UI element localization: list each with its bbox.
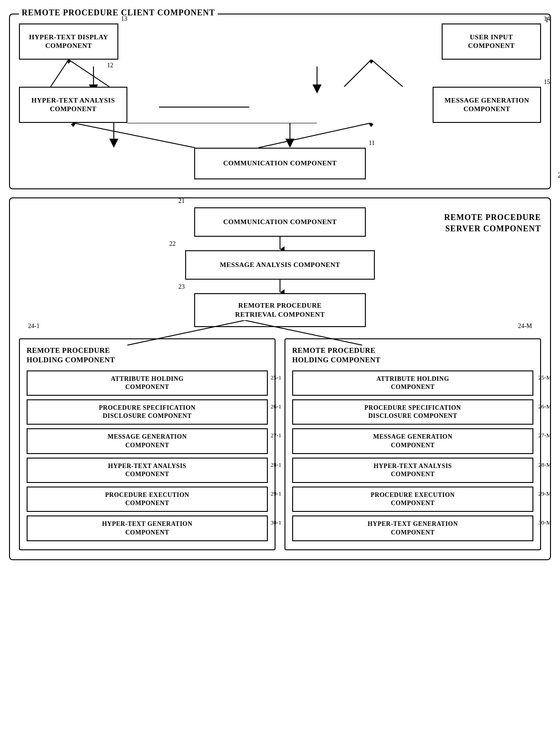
right-item-29: PROCEDURE EXECUTIONCOMPONENT 29-M	[292, 487, 533, 512]
ref-25-1: 25-1	[271, 374, 281, 381]
svg-line-20	[73, 123, 195, 148]
server-comm-wrapper: 21 COMMUNICATION COMPONENT	[194, 207, 366, 237]
server-arrow1	[194, 237, 366, 250]
right-item-30: HYPER-TEXT GENERATIONCOMPONENT 30-M	[292, 515, 533, 541]
comm-component-label: COMMUNICATION COMPONENT	[223, 159, 337, 168]
left-box-28: HYPER-TEXT ANALYSISCOMPONENT	[27, 458, 268, 483]
left-box-25: ATTRIBUTE HOLDINGCOMPONENT	[27, 370, 268, 396]
svg-line-15	[371, 60, 403, 87]
holding-column-left: REMOTE PROCEDUREHOLDING COMPONENT ATTRIB…	[19, 338, 275, 550]
ref-27-M: 27-M	[538, 432, 551, 439]
hyper-text-analysis-label: HYPER-TEXT ANALYSISCOMPONENT	[32, 96, 115, 114]
comm-component-box: COMMUNICATION COMPONENT	[194, 148, 366, 179]
client-title: REMOTE PROCEDURE CLIENT COMPONENT	[19, 8, 218, 18]
svg-line-13	[69, 60, 109, 87]
ref-21: 21	[178, 197, 185, 205]
ref-22: 22	[169, 240, 176, 248]
ref-12: 12	[107, 62, 113, 69]
server-comm-box: COMMUNICATION COMPONENT	[194, 207, 366, 237]
server-arrow2	[194, 280, 366, 293]
ref-25-M: 25-M	[538, 374, 551, 381]
client-section: REMOTE PROCEDURE CLIENT COMPONENT 2	[9, 14, 551, 189]
ref-26-M: 26-M	[538, 403, 551, 410]
ref-26-1: 26-1	[271, 403, 281, 410]
holding-columns: REMOTE PROCEDUREHOLDING COMPONENT ATTRIB…	[19, 338, 541, 550]
left-item-28: HYPER-TEXT ANALYSISCOMPONENT 28-1	[27, 458, 268, 483]
hyper-text-display-label: HYPER-TEXT DISPLAYCOMPONENT	[29, 33, 108, 51]
left-box-26: PROCEDURE SPECIFICATIONDISCLOSURE COMPON…	[27, 399, 268, 425]
left-item-26: PROCEDURE SPECIFICATIONDISCLOSURE COMPON…	[27, 399, 268, 425]
msg-analysis-wrapper: 22 MESSAGE ANALYSIS COMPONENT	[185, 250, 375, 280]
server-comm-label: COMMUNICATION COMPONENT	[223, 218, 337, 227]
client-ref-2: 2	[558, 171, 560, 179]
hyper-text-analysis-box: HYPER-TEXT ANALYSISCOMPONENT	[19, 87, 127, 123]
left-item-30: HYPER-TEXT GENERATIONCOMPONENT 30-1	[27, 515, 268, 541]
user-input-label: USER INPUTCOMPONENT	[468, 33, 515, 51]
ref-27-1: 27-1	[271, 432, 281, 439]
left-item-25: ATTRIBUTE HOLDINGCOMPONENT 25-1	[27, 370, 268, 396]
ref-23: 23	[178, 283, 185, 290]
ref-24-1: 24-1	[28, 323, 40, 330]
ref-29-M: 29-M	[538, 490, 551, 497]
ref-29-1: 29-1	[271, 490, 281, 497]
user-input-box: USER INPUTCOMPONENT	[442, 23, 541, 60]
holding-column-right: REMOTE PROCEDUREHOLDING COMPONENT ATTRIB…	[285, 338, 541, 550]
client-row2: HYPER-TEXT ANALYSISCOMPONENT 15 MESSAGE …	[19, 87, 541, 123]
left-box-30: HYPER-TEXT GENERATIONCOMPONENT	[27, 515, 268, 541]
client-mid-svg	[19, 60, 541, 87]
client-btm-svg	[19, 123, 541, 148]
left-column-title: REMOTE PROCEDUREHOLDING COMPONENT	[27, 346, 268, 365]
ref-28-M: 28-M	[538, 461, 551, 468]
right-box-30: HYPER-TEXT GENERATIONCOMPONENT	[292, 515, 533, 541]
client-inner: 13 HYPER-TEXT DISPLAYCOMPONENT 14 USER I…	[19, 23, 541, 179]
svg-line-12	[51, 60, 69, 87]
right-column-title: REMOTE PROCEDUREHOLDING COMPONENT	[292, 346, 533, 365]
retrieval-label: REMOTER PROCEDURERETRIEVAL COMPONENT	[235, 301, 325, 319]
right-box-28: HYPER-TEXT ANALYSISCOMPONENT	[292, 458, 533, 483]
server-section: REMOTE PROCEDURESERVER COMPONENT 21 COMM…	[9, 197, 551, 560]
svg-marker-17	[369, 60, 373, 64]
right-box-26: PROCEDURE SPECIFICATIONDISCLOSURE COMPON…	[292, 399, 533, 425]
client-connector2	[19, 123, 541, 148]
hyper-text-display-box: HYPER-TEXT DISPLAYCOMPONENT	[19, 23, 118, 60]
svg-line-22	[258, 123, 371, 148]
msg-analysis-box: MESSAGE ANALYSIS COMPONENT	[185, 250, 375, 280]
client-row1: 13 HYPER-TEXT DISPLAYCOMPONENT 14 USER I…	[19, 23, 541, 60]
left-box-27: MESSAGE GENERATIONCOMPONENT	[27, 428, 268, 454]
client-row3: 11 COMMUNICATION COMPONENT	[19, 148, 541, 179]
right-box-27: MESSAGE GENERATIONCOMPONENT	[292, 428, 533, 454]
message-generation-label: MESSAGE GENERATIONCOMPONENT	[444, 96, 529, 114]
down-arrow-svg2	[275, 280, 285, 293]
message-generation-box: MESSAGE GENERATIONCOMPONENT	[433, 87, 541, 123]
right-item-27: MESSAGE GENERATIONCOMPONENT 27-M	[292, 428, 533, 454]
right-item-28: HYPER-TEXT ANALYSISCOMPONENT 28-M	[292, 458, 533, 483]
svg-line-14	[344, 60, 371, 87]
left-item-29: PROCEDURE EXECUTIONCOMPONENT 29-1	[27, 487, 268, 512]
right-item-25: ATTRIBUTE HOLDINGCOMPONENT 25-M	[292, 370, 533, 396]
down-arrow-svg1	[275, 237, 285, 250]
ref-30-M: 30-M	[538, 519, 551, 526]
left-item-27: MESSAGE GENERATIONCOMPONENT 27-1	[27, 428, 268, 454]
ref-28-1: 28-1	[271, 461, 281, 468]
ref-30-1: 30-1	[271, 519, 281, 526]
right-item-26: PROCEDURE SPECIFICATIONDISCLOSURE COMPON…	[292, 399, 533, 425]
right-box-29: PROCEDURE EXECUTIONCOMPONENT	[292, 487, 533, 512]
left-box-29: PROCEDURE EXECUTIONCOMPONENT	[27, 487, 268, 512]
right-box-25: ATTRIBUTE HOLDINGCOMPONENT	[292, 370, 533, 396]
server-inner: 21 COMMUNICATION COMPONENT 2	[19, 207, 541, 550]
ref-24-M: 24-M	[518, 323, 532, 330]
diagram-wrapper: 1 REMOTE PROCEDURE CLIENT COMPONENT 2	[9, 14, 551, 560]
msg-analysis-label: MESSAGE ANALYSIS COMPONENT	[220, 261, 341, 270]
client-connector-area: 12	[19, 60, 541, 87]
holding-area: 24-1 24-M REMOTE PROCEDUREHOLDING COMPON…	[19, 334, 541, 550]
